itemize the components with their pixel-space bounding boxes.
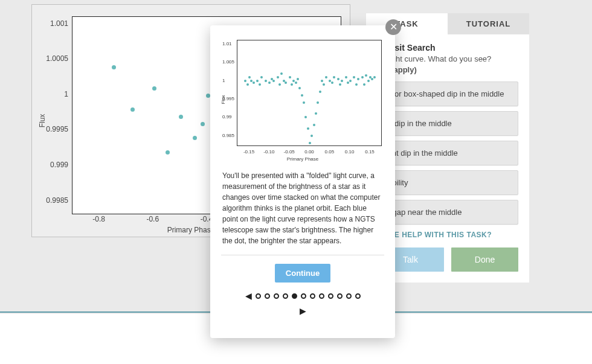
ytick: 0.995 (222, 96, 234, 101)
task-option-4[interactable]: ta gap near the middle (377, 200, 518, 225)
pager-dot-11[interactable] (355, 293, 361, 299)
pager-prev-icon[interactable]: ◀ (245, 291, 252, 301)
data-point (304, 116, 307, 118)
ytick: 1.001 (50, 19, 68, 28)
ytick: 0.999 (50, 161, 68, 169)
data-point (331, 81, 333, 84)
data-point (112, 65, 116, 69)
data-point (363, 83, 365, 86)
data-point (272, 80, 275, 82)
data-point (297, 78, 299, 80)
data-point (361, 76, 364, 78)
data-point (256, 80, 259, 82)
data-point (355, 83, 358, 86)
data-point (341, 80, 343, 82)
data-point (246, 83, 249, 86)
data-point (309, 142, 311, 144)
xtick: 0.10 (345, 149, 355, 155)
pager-dot-3[interactable] (283, 293, 288, 299)
data-point (333, 76, 335, 78)
data-point (298, 87, 301, 89)
data-point (319, 91, 321, 93)
xtick: -0.15 (243, 149, 254, 155)
data-point (285, 81, 287, 84)
ytick: 1 (64, 90, 68, 98)
data-point (367, 80, 370, 82)
xtick: -0.10 (263, 149, 274, 155)
data-point (201, 122, 205, 126)
data-point (130, 107, 135, 112)
data-point (206, 94, 210, 98)
data-point (295, 81, 297, 84)
data-point (244, 80, 246, 82)
button-row: Talk Done (377, 247, 518, 272)
ytick: 0.985 (222, 132, 234, 138)
task-option-3[interactable]: riability (377, 170, 518, 195)
task-desc: ed light curve. What do you see? (377, 54, 518, 65)
data-point (289, 76, 291, 78)
data-point (325, 76, 327, 78)
close-icon[interactable]: ✕ (385, 19, 401, 35)
ytick: 1 (222, 77, 225, 83)
data-point (315, 112, 317, 115)
pager-dot-10[interactable] (346, 293, 352, 299)
task-instr: (nat apply) (377, 65, 518, 75)
task-option-0[interactable]: ed or box-shaped dip in the middle (377, 81, 518, 106)
data-point (323, 83, 325, 86)
pager-dot-1[interactable] (265, 293, 270, 299)
pager-dot-9[interactable] (337, 293, 343, 299)
xtick: -0.8 (92, 215, 105, 223)
ytick: 0.99 (222, 114, 232, 120)
data-point (291, 83, 293, 86)
bg-chart-xlabel: Primary Phase (167, 226, 215, 234)
task-title: Transit Search (377, 43, 518, 53)
xtick: -0.05 (284, 149, 295, 155)
data-point (253, 81, 255, 84)
data-point (313, 124, 315, 126)
tab-tutorial[interactable]: TUTORIAL (448, 13, 529, 34)
pager-dot-7[interactable] (319, 293, 324, 299)
pager-next-icon[interactable]: ▶ (300, 306, 306, 316)
data-point (268, 81, 271, 84)
data-point (339, 83, 341, 86)
data-point (301, 94, 303, 97)
data-point (303, 101, 305, 104)
ytick: 1.0005 (46, 54, 68, 63)
data-point (321, 80, 323, 82)
ytick: 1.005 (222, 59, 234, 65)
data-point (357, 78, 359, 80)
pager-dot-5[interactable] (301, 293, 306, 299)
pager-dot-0[interactable] (256, 293, 261, 299)
data-point (345, 76, 347, 78)
modal-chart-plot (237, 40, 382, 146)
task-options: ed or box-shaped dip in the middleed dip… (377, 81, 518, 225)
data-point (365, 74, 367, 77)
data-point (260, 76, 263, 78)
modal-chart: Flux Primary Phase 0.9850.990.99511.0051… (221, 36, 384, 163)
pager-dot-2[interactable] (274, 293, 279, 299)
done-button[interactable]: Done (451, 247, 518, 272)
modal-chart-xlabel: Primary Phase (287, 156, 318, 162)
help-link[interactable]: SOME HELP WITH THIS TASK? (377, 231, 518, 239)
xtick: 0.00 (304, 149, 314, 155)
data-point (307, 127, 309, 130)
continue-button[interactable]: Continue (275, 264, 330, 283)
data-point (280, 72, 283, 75)
data-point (353, 76, 355, 78)
pager-dot-8[interactable] (328, 293, 333, 299)
data-point (337, 78, 339, 80)
pager-dot-4[interactable] (292, 293, 297, 299)
task-option-2[interactable]: cant dip in the middle (377, 141, 518, 165)
tutorial-modal: ✕ Flux Primary Phase 0.9850.990.99511.00… (210, 25, 395, 338)
xtick: -0.6 (146, 215, 159, 223)
data-point (265, 80, 267, 82)
task-option-1[interactable]: ed dip in the middle (377, 111, 518, 136)
pager-dot-6[interactable] (310, 293, 315, 299)
data-point (317, 101, 319, 104)
data-point (166, 150, 170, 155)
modal-text: You'll be presented with a "folded" ligh… (221, 170, 384, 246)
pager: ◀▶ (221, 291, 384, 316)
ytick: 0.9985 (46, 196, 68, 205)
xtick: 0.15 (365, 149, 375, 155)
data-point (193, 136, 197, 140)
